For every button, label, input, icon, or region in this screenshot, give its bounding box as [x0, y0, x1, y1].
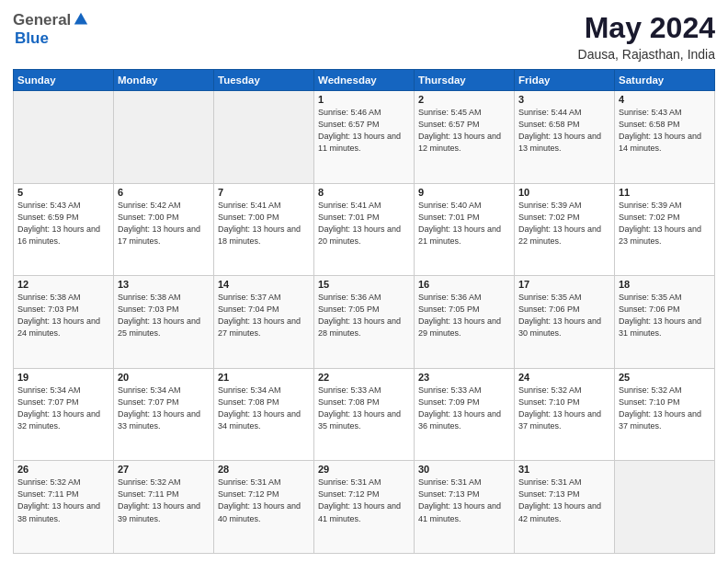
logo-general: General: [13, 11, 71, 29]
calendar-body: 1Sunrise: 5:46 AM Sunset: 6:57 PM Daylig…: [14, 91, 715, 554]
day-info: Sunrise: 5:45 AM Sunset: 6:57 PM Dayligh…: [418, 107, 510, 155]
day-info: Sunrise: 5:33 AM Sunset: 7:08 PM Dayligh…: [318, 385, 410, 432]
logo-blue-text: Blue: [15, 29, 49, 48]
day-info: Sunrise: 5:31 AM Sunset: 7:13 PM Dayligh…: [418, 477, 510, 524]
day-info: Sunrise: 5:32 AM Sunset: 7:11 PM Dayligh…: [17, 477, 109, 524]
day-number: 5: [17, 187, 109, 198]
calendar-cell: 6Sunrise: 5:42 AM Sunset: 7:00 PM Daylig…: [114, 183, 214, 276]
logo: General Blue: [13, 11, 89, 48]
day-info: Sunrise: 5:38 AM Sunset: 7:03 PM Dayligh…: [17, 292, 109, 339]
header-tuesday: Tuesday: [214, 70, 314, 91]
day-number: 21: [218, 372, 310, 383]
day-info: Sunrise: 5:39 AM Sunset: 7:02 PM Dayligh…: [619, 200, 711, 247]
logo-text: General: [13, 11, 89, 29]
day-info: Sunrise: 5:33 AM Sunset: 7:09 PM Dayligh…: [418, 385, 510, 432]
calendar-cell: [214, 91, 314, 184]
main-title: May 2024: [578, 11, 715, 45]
day-number: 4: [619, 94, 711, 105]
calendar-cell: 26Sunrise: 5:32 AM Sunset: 7:11 PM Dayli…: [14, 461, 114, 554]
calendar-cell: 12Sunrise: 5:38 AM Sunset: 7:03 PM Dayli…: [14, 276, 114, 369]
calendar-cell: 11Sunrise: 5:39 AM Sunset: 7:02 PM Dayli…: [615, 183, 715, 276]
day-number: 19: [17, 372, 109, 383]
day-number: 12: [17, 279, 109, 290]
day-number: 1: [318, 94, 410, 105]
day-info: Sunrise: 5:34 AM Sunset: 7:08 PM Dayligh…: [218, 385, 310, 432]
day-number: 2: [418, 94, 510, 105]
day-number: 16: [418, 279, 510, 290]
day-info: Sunrise: 5:43 AM Sunset: 6:58 PM Dayligh…: [619, 107, 711, 155]
header-sunday: Sunday: [14, 70, 114, 91]
day-number: 24: [518, 372, 610, 383]
day-info: Sunrise: 5:41 AM Sunset: 7:01 PM Dayligh…: [318, 200, 410, 247]
week-row-2: 5Sunrise: 5:43 AM Sunset: 6:59 PM Daylig…: [14, 183, 715, 276]
day-number: 6: [118, 187, 210, 198]
calendar-cell: 7Sunrise: 5:41 AM Sunset: 7:00 PM Daylig…: [214, 183, 314, 276]
calendar-header: Sunday Monday Tuesday Wednesday Thursday…: [14, 70, 715, 91]
calendar-cell: 23Sunrise: 5:33 AM Sunset: 7:09 PM Dayli…: [415, 368, 515, 461]
day-number: 7: [218, 187, 310, 198]
day-number: 14: [218, 279, 310, 290]
day-info: Sunrise: 5:35 AM Sunset: 7:06 PM Dayligh…: [619, 292, 711, 339]
logo-icon: [73, 11, 89, 28]
day-number: 3: [518, 94, 610, 105]
header: General Blue May 2024 Dausa, Rajasthan, …: [13, 11, 715, 62]
day-number: 30: [418, 464, 510, 475]
calendar-table: Sunday Monday Tuesday Wednesday Thursday…: [13, 69, 715, 554]
day-info: Sunrise: 5:32 AM Sunset: 7:11 PM Dayligh…: [118, 477, 210, 524]
day-number: 26: [17, 464, 109, 475]
title-area: May 2024 Dausa, Rajasthan, India: [578, 11, 715, 62]
calendar-cell: 4Sunrise: 5:43 AM Sunset: 6:58 PM Daylig…: [615, 91, 715, 184]
day-info: Sunrise: 5:46 AM Sunset: 6:57 PM Dayligh…: [318, 107, 410, 155]
day-number: 17: [518, 279, 610, 290]
day-number: 20: [118, 372, 210, 383]
header-friday: Friday: [515, 70, 615, 91]
calendar-cell: 27Sunrise: 5:32 AM Sunset: 7:11 PM Dayli…: [114, 461, 214, 554]
day-number: 28: [218, 464, 310, 475]
header-saturday: Saturday: [615, 70, 715, 91]
week-row-4: 19Sunrise: 5:34 AM Sunset: 7:07 PM Dayli…: [14, 368, 715, 461]
day-info: Sunrise: 5:35 AM Sunset: 7:06 PM Dayligh…: [518, 292, 610, 339]
calendar-cell: [14, 91, 114, 184]
day-number: 8: [318, 187, 410, 198]
day-info: Sunrise: 5:44 AM Sunset: 6:58 PM Dayligh…: [518, 107, 610, 155]
day-info: Sunrise: 5:34 AM Sunset: 7:07 PM Dayligh…: [17, 385, 109, 432]
calendar-cell: 25Sunrise: 5:32 AM Sunset: 7:10 PM Dayli…: [615, 368, 715, 461]
calendar-cell: 30Sunrise: 5:31 AM Sunset: 7:13 PM Dayli…: [415, 461, 515, 554]
calendar-cell: 10Sunrise: 5:39 AM Sunset: 7:02 PM Dayli…: [515, 183, 615, 276]
day-number: 18: [619, 279, 711, 290]
calendar-cell: [114, 91, 214, 184]
calendar-cell: 13Sunrise: 5:38 AM Sunset: 7:03 PM Dayli…: [114, 276, 214, 369]
day-number: 15: [318, 279, 410, 290]
day-number: 10: [518, 187, 610, 198]
day-info: Sunrise: 5:36 AM Sunset: 7:05 PM Dayligh…: [318, 292, 410, 339]
header-thursday: Thursday: [415, 70, 515, 91]
calendar-cell: 29Sunrise: 5:31 AM Sunset: 7:12 PM Dayli…: [314, 461, 415, 554]
day-info: Sunrise: 5:31 AM Sunset: 7:12 PM Dayligh…: [218, 477, 310, 524]
calendar-cell: 18Sunrise: 5:35 AM Sunset: 7:06 PM Dayli…: [615, 276, 715, 369]
day-number: 29: [318, 464, 410, 475]
subtitle: Dausa, Rajasthan, India: [578, 47, 715, 62]
calendar-cell: [615, 461, 715, 554]
day-number: 25: [619, 372, 711, 383]
week-row-5: 26Sunrise: 5:32 AM Sunset: 7:11 PM Dayli…: [14, 461, 715, 554]
calendar-cell: 5Sunrise: 5:43 AM Sunset: 6:59 PM Daylig…: [14, 183, 114, 276]
calendar-cell: 17Sunrise: 5:35 AM Sunset: 7:06 PM Dayli…: [515, 276, 615, 369]
day-info: Sunrise: 5:41 AM Sunset: 7:00 PM Dayligh…: [218, 200, 310, 247]
header-monday: Monday: [114, 70, 214, 91]
calendar-cell: 21Sunrise: 5:34 AM Sunset: 7:08 PM Dayli…: [214, 368, 314, 461]
day-number: 27: [118, 464, 210, 475]
calendar-cell: 1Sunrise: 5:46 AM Sunset: 6:57 PM Daylig…: [314, 91, 415, 184]
day-info: Sunrise: 5:36 AM Sunset: 7:05 PM Dayligh…: [418, 292, 510, 339]
day-number: 9: [418, 187, 510, 198]
day-number: 31: [518, 464, 610, 475]
calendar-cell: 15Sunrise: 5:36 AM Sunset: 7:05 PM Dayli…: [314, 276, 415, 369]
calendar-cell: 28Sunrise: 5:31 AM Sunset: 7:12 PM Dayli…: [214, 461, 314, 554]
day-info: Sunrise: 5:37 AM Sunset: 7:04 PM Dayligh…: [218, 292, 310, 339]
day-number: 22: [318, 372, 410, 383]
day-info: Sunrise: 5:38 AM Sunset: 7:03 PM Dayligh…: [118, 292, 210, 339]
day-info: Sunrise: 5:31 AM Sunset: 7:12 PM Dayligh…: [318, 477, 410, 524]
calendar-cell: 24Sunrise: 5:32 AM Sunset: 7:10 PM Dayli…: [515, 368, 615, 461]
day-info: Sunrise: 5:39 AM Sunset: 7:02 PM Dayligh…: [518, 200, 610, 247]
calendar-cell: 20Sunrise: 5:34 AM Sunset: 7:07 PM Dayli…: [114, 368, 214, 461]
day-info: Sunrise: 5:42 AM Sunset: 7:00 PM Dayligh…: [118, 200, 210, 247]
